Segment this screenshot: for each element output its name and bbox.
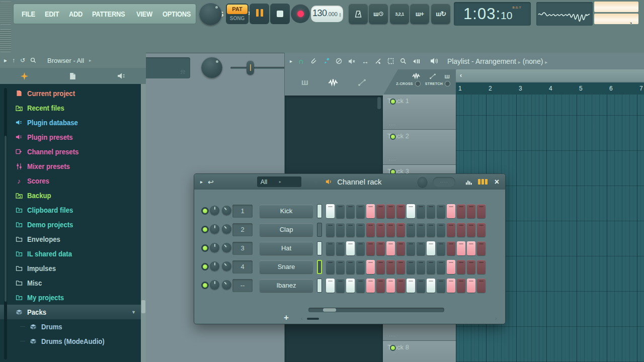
browser-item[interactable]: ♪Scores	[0, 173, 141, 188]
browser-refresh-icon[interactable]: ↺	[20, 57, 25, 64]
pattern-picker-tab-icon[interactable]: ш	[301, 77, 308, 87]
browser-scrollbar-left[interactable]	[4, 88, 7, 359]
step-button[interactable]	[386, 279, 395, 293]
step-button[interactable]	[366, 204, 375, 218]
toolbar-grip-2[interactable]	[0, 29, 11, 52]
menu-patterns[interactable]: PATTERNS	[92, 10, 125, 18]
step-button[interactable]	[447, 241, 455, 255]
channel-target-display[interactable]: 2	[232, 223, 253, 236]
track-options-dots[interactable]: ....	[389, 332, 396, 337]
step-button[interactable]	[346, 204, 355, 218]
channel-name-button[interactable]: Snare	[260, 260, 313, 274]
channel-target-display[interactable]: 4	[232, 260, 253, 274]
browser-item[interactable]: Clipboard files	[0, 203, 141, 217]
automation-mode-icon[interactable]	[429, 73, 436, 79]
channel-filter-selector[interactable]: All ▸	[257, 176, 301, 187]
rack-menu-arrow[interactable]: ▸	[200, 179, 203, 185]
step-button[interactable]	[336, 223, 345, 237]
browser-scrollbar-right[interactable]	[141, 84, 146, 362]
step-button[interactable]	[376, 204, 385, 218]
step-button[interactable]	[356, 223, 365, 237]
step-button[interactable]	[396, 241, 405, 255]
browser-title[interactable]: Browser - All	[47, 57, 84, 64]
step-button[interactable]	[467, 241, 475, 255]
step-button[interactable]	[346, 223, 355, 237]
step-button[interactable]	[386, 223, 395, 237]
track-header[interactable]: Track 2....	[383, 130, 456, 165]
record-button[interactable]	[291, 4, 310, 23]
step-button[interactable]	[366, 223, 375, 237]
channel-enable-led[interactable]	[201, 226, 209, 233]
step-button[interactable]	[427, 241, 435, 255]
browser-item[interactable]: My projects	[0, 290, 141, 305]
snap-magnet-icon[interactable]: ∩	[298, 57, 304, 65]
step-button[interactable]	[467, 223, 475, 237]
channel-volume-knob[interactable]	[222, 261, 231, 271]
chevron-down-icon[interactable]: ▾	[132, 309, 135, 315]
loop-record-button[interactable]: ш+	[410, 4, 429, 24]
step-button[interactable]	[396, 260, 405, 274]
browser-item[interactable]: Backup	[0, 188, 141, 203]
channel-name-button[interactable]: Hat	[260, 242, 313, 255]
channel-target-display[interactable]: 3	[232, 242, 253, 255]
tempo-spinner[interactable]: ▲▼	[339, 13, 342, 18]
browser-up-icon[interactable]: ↑	[12, 57, 15, 64]
track-options-dots[interactable]: ....	[389, 156, 396, 161]
browser-item[interactable]: Demo projects	[0, 217, 141, 232]
step-button[interactable]	[376, 279, 385, 293]
step-button[interactable]	[477, 279, 486, 293]
channel-target-display[interactable]: 1	[232, 205, 253, 218]
step-button[interactable]	[457, 241, 465, 255]
rack-scrollbar[interactable]	[308, 308, 444, 312]
browser-item[interactable]: Plugin presets	[0, 130, 141, 144]
rack-swap-icon[interactable]: ↩	[208, 178, 214, 186]
step-button[interactable]	[417, 260, 425, 274]
step-button[interactable]	[417, 223, 425, 237]
time-display[interactable]: 1:03: 10 B:S:T	[454, 2, 531, 26]
step-button[interactable]	[417, 204, 425, 218]
rack-mini-display[interactable]: ····	[433, 177, 455, 187]
delete-tool-icon[interactable]	[336, 58, 342, 64]
menu-options[interactable]: OPTIONS	[163, 10, 191, 18]
step-button[interactable]	[326, 204, 335, 218]
channel-pan-knob[interactable]	[210, 280, 219, 290]
track-options-dots[interactable]: ....	[389, 121, 396, 126]
smart-find-tab-icon[interactable]	[21, 72, 28, 80]
rack-scrollbar-handle[interactable]	[323, 308, 336, 312]
channel-rack-titlebar[interactable]: ▸ ↩ All ▸ ⋮⋮ Channel rack ···· ×	[194, 174, 505, 190]
step-button[interactable]	[447, 260, 455, 274]
zcross-toggle[interactable]	[415, 81, 421, 86]
track-enable-led[interactable]	[390, 345, 396, 351]
search-icon[interactable]	[30, 57, 36, 63]
playlist-menu-arrow[interactable]: ▸	[290, 58, 292, 64]
song-mode-button[interactable]: SONG	[227, 14, 248, 23]
step-button[interactable]	[447, 279, 455, 293]
step-button[interactable]	[477, 204, 486, 218]
channel-enable-led[interactable]	[201, 207, 209, 215]
playlist-speaker-icon[interactable]	[430, 58, 438, 64]
channel-selector-strip[interactable]	[317, 223, 322, 237]
playlist-crumb[interactable]: (none)	[523, 57, 543, 65]
channel-selector-strip[interactable]	[317, 241, 322, 255]
channel-pan-knob[interactable]	[210, 224, 219, 234]
browser-item[interactable]: Envelopes	[0, 232, 141, 246]
track-enable-led[interactable]	[390, 134, 396, 140]
tempo-display[interactable]: 130.000 ▲▼	[311, 6, 343, 22]
step-button[interactable]	[326, 260, 335, 274]
step-button[interactable]	[386, 241, 395, 255]
browser-item[interactable]: Drums (ModeAudio)	[0, 334, 141, 348]
step-button[interactable]	[427, 279, 435, 293]
step-button[interactable]	[356, 260, 365, 274]
step-button[interactable]	[457, 204, 465, 218]
channel-selector-strip[interactable]	[317, 260, 322, 274]
step-button[interactable]	[376, 223, 385, 237]
step-button[interactable]	[447, 223, 455, 237]
step-button[interactable]	[356, 204, 365, 218]
step-button[interactable]	[407, 241, 415, 255]
play-pause-button[interactable]	[250, 4, 269, 24]
rack-zoom-handle[interactable]	[307, 318, 319, 320]
step-button[interactable]	[427, 223, 435, 237]
slice-tool-icon[interactable]	[375, 58, 381, 64]
step-button[interactable]	[346, 260, 355, 274]
step-button[interactable]	[457, 223, 465, 237]
